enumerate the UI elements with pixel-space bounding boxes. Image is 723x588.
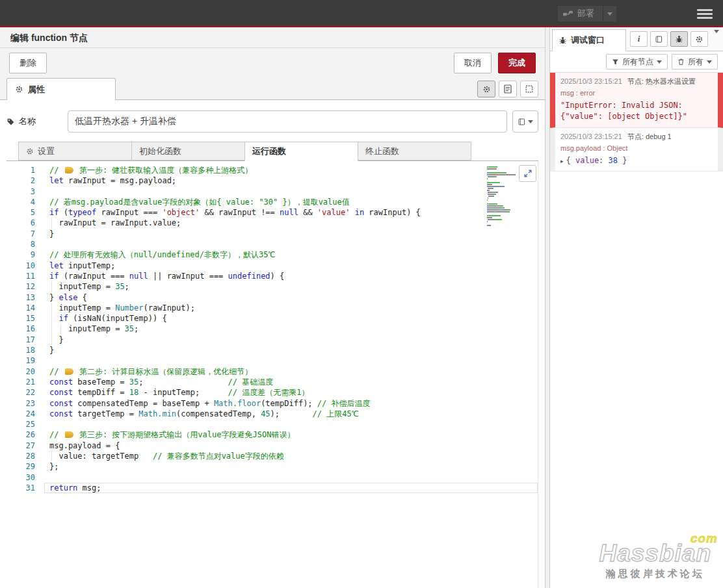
line-number: 31 (7, 483, 44, 493)
code-line[interactable]: 24const targetTemp = Math.min(compensate… (7, 409, 538, 419)
help-sidebar-button[interactable] (650, 31, 668, 47)
code-line[interactable]: 19 (7, 355, 538, 366)
name-label: 名称 (7, 116, 68, 127)
code-line[interactable]: 21const baseTemp = 35; // 基础温度 (7, 377, 538, 387)
code-line[interactable]: 9// 处理所有无效输入（null/undefined/非数字），默认35℃ (7, 249, 538, 260)
info-sidebar-button[interactable]: i (630, 31, 648, 47)
sidebar-menu-caret[interactable] (714, 33, 719, 45)
code-line[interactable]: 3 (7, 186, 538, 197)
code-line[interactable]: 7} (7, 229, 538, 239)
properties-pane: 名称 设置 (0, 100, 545, 588)
info-icon: i (638, 34, 640, 44)
expand-caret-icon[interactable]: ▸ (560, 158, 564, 164)
minimap[interactable] (487, 166, 516, 227)
name-input[interactable] (68, 110, 507, 133)
tab-setup-label: 设置 (38, 146, 55, 157)
code-line[interactable]: 30 (7, 472, 538, 483)
line-number: 12 (7, 281, 44, 292)
debug-message[interactable]: 2025/10/3 23:15:21节点: debug 1msg.payload… (550, 128, 723, 172)
gear-icon (26, 147, 34, 155)
debug-payload[interactable]: ▸{ value: 38 } (560, 155, 713, 166)
code-line[interactable]: 27msg.payload = { (7, 441, 538, 451)
line-number: 27 (7, 441, 44, 451)
line-number: 10 (7, 261, 44, 271)
code-line[interactable]: 18} (7, 345, 538, 355)
code-line[interactable]: 5if (typeof rawInput === 'object' && raw… (7, 207, 538, 218)
tab-on-start[interactable]: 初始化函数 (131, 142, 245, 160)
tab-on-message[interactable]: 运行函数 (244, 142, 358, 161)
tab-debug[interactable]: 调试窗口 (552, 29, 626, 51)
description-button[interactable] (499, 81, 517, 97)
code-line[interactable]: 12 inputTemp = 35; (7, 281, 538, 292)
line-number: 28 (7, 451, 44, 461)
cancel-button[interactable]: 取消 (454, 53, 492, 73)
code-line[interactable]: 26// 第三步: 按下游期望格式输出（用value字段避免JSON错误） (7, 429, 538, 440)
code-line[interactable]: 13} else { (7, 292, 538, 303)
code-line[interactable]: 15 if (isNaN(inputTemp)) { (7, 313, 538, 324)
code-line[interactable]: 4// 若msg.payload是含value字段的对象（如{ value: "… (7, 197, 538, 207)
sidebar-resizer[interactable] (545, 27, 550, 588)
selection-box-icon (525, 84, 534, 94)
config-sidebar-button[interactable] (690, 31, 708, 47)
edit-properties-button[interactable] (477, 81, 495, 97)
code-line[interactable]: 14 inputTemp = Number(rawInput); (7, 303, 538, 313)
code-line[interactable]: 29}; (7, 461, 538, 472)
code-line[interactable]: 10let inputTemp; (7, 261, 538, 271)
name-library-button[interactable] (512, 110, 538, 133)
line-number: 18 (7, 345, 44, 355)
tab-on-message-label: 运行函数 (252, 146, 286, 157)
line-number: 9 (7, 249, 44, 260)
bug-icon (675, 34, 683, 44)
code-line[interactable]: 20// 第二步: 计算目标水温（保留原逻辑，优化细节） (7, 366, 538, 377)
gear-icon (482, 85, 491, 94)
deploy-button[interactable]: 部署 (558, 6, 616, 21)
line-number: 6 (7, 218, 44, 228)
line-number: 21 (7, 377, 44, 387)
line-number: 3 (7, 186, 44, 197)
name-label-text: 名称 (19, 116, 36, 127)
code-line[interactable]: 6 rawInput = rawInput.value; (7, 218, 538, 228)
debug-timestamp: 2025/10/3 23:15:21 (560, 77, 622, 85)
debug-filter-button[interactable]: 所有节点 (606, 54, 668, 70)
code-line[interactable]: 8 (7, 239, 538, 249)
delete-button[interactable]: 删除 (9, 53, 47, 73)
line-number: 5 (7, 207, 44, 218)
line-number: 26 (7, 429, 44, 440)
code-line[interactable]: 11if (rawInput === null || rawInput === … (7, 271, 538, 281)
code-line[interactable]: 1// 第一步: 健壮获取输入温度（兼容多种上游格式） (7, 165, 538, 175)
debug-clear-button[interactable]: 所有 (672, 54, 718, 70)
debug-message[interactable]: 2025/10/3 23:15:21节点: 热水器水温设置msg : error… (550, 73, 723, 128)
line-number: 17 (7, 335, 44, 345)
debug-filter-label: 所有节点 (622, 57, 653, 68)
debug-message-list: 2025/10/3 23:15:21节点: 热水器水温设置msg : error… (550, 73, 723, 588)
code-line[interactable]: 31return msg; (7, 483, 538, 493)
header-bar: 部署 (0, 0, 723, 27)
code-editor[interactable]: 1// 第一步: 健壮获取输入温度（兼容多种上游格式）2let rawInput… (7, 161, 538, 588)
debug-payload[interactable]: "InputError: Invalid JSON: {"value": [ob… (560, 100, 713, 122)
dialog-title: 编辑 function 节点 (0, 27, 545, 48)
done-button[interactable]: 完成 (498, 53, 536, 73)
main-menu-button[interactable] (697, 7, 713, 21)
code-line[interactable]: 22const tempDiff = 18 - inputTemp; // 温度… (7, 387, 538, 398)
code-line[interactable]: 2let rawInput = msg.payload; (7, 175, 538, 186)
tab-setup[interactable]: 设置 (18, 142, 132, 160)
appearance-button[interactable] (520, 81, 538, 97)
tab-properties-label: 属性 (28, 84, 45, 96)
expand-editor-button[interactable] (519, 165, 536, 182)
code-line[interactable]: 23const compensatedTemp = baseTemp + Mat… (7, 398, 538, 409)
code-line[interactable]: 17 } (7, 335, 538, 345)
debug-node-name: 节点: debug 1 (627, 133, 672, 140)
line-number: 30 (7, 472, 44, 483)
tab-on-stop[interactable]: 终止函数 (358, 142, 471, 160)
debug-sidebar-button[interactable] (670, 31, 688, 47)
line-number: 16 (7, 324, 44, 334)
debug-topic: msg : error (560, 89, 713, 97)
deploy-options-caret[interactable] (603, 6, 616, 21)
code-line[interactable]: 16 inputTemp = 35; (7, 324, 538, 334)
debug-topic: msg.payload : Object (560, 144, 713, 152)
line-number: 29 (7, 461, 44, 472)
code-line[interactable]: 28 value: targetTemp // 兼容多数节点对value字段的依… (7, 451, 538, 461)
deploy-icon (562, 10, 573, 18)
tab-properties[interactable]: 属性 (7, 78, 116, 100)
code-line[interactable]: 25 (7, 419, 538, 429)
